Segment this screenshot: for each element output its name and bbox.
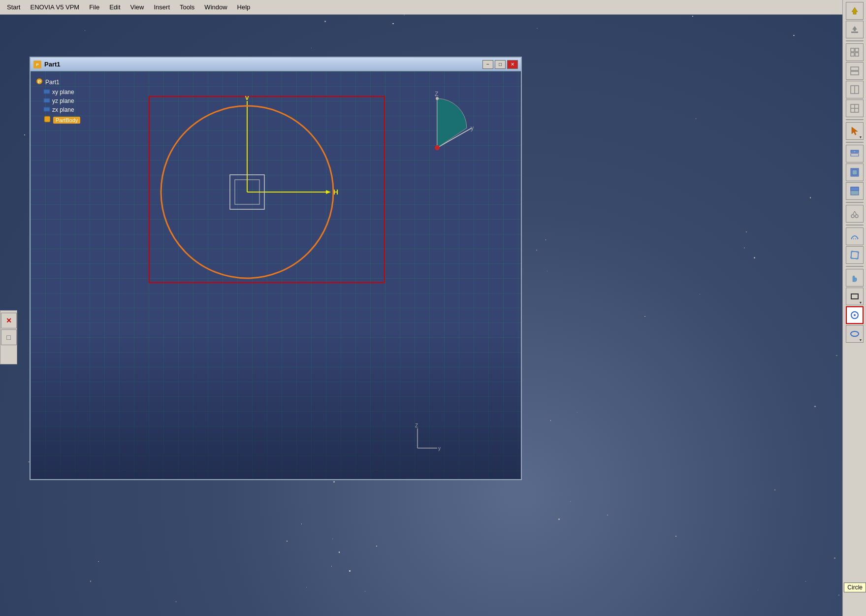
svg-point-43 <box>436 97 439 100</box>
toolbar-clip-btn[interactable] <box>846 205 864 223</box>
menu-help[interactable]: Help <box>232 1 256 13</box>
svg-rect-35 <box>44 98 50 102</box>
star <box>536 250 537 251</box>
toolbar-grid1-btn[interactable] <box>846 43 864 61</box>
window-title-text: Part1 <box>44 61 61 68</box>
toolbar-sep-4 <box>846 202 864 203</box>
window-content: P Part1 xy plane <box>31 71 521 479</box>
tree-yz-plane[interactable]: yz plane <box>43 97 134 105</box>
star <box>814 406 816 407</box>
toolbar-grid2-btn[interactable] <box>846 62 864 80</box>
svg-rect-16 <box>852 170 857 175</box>
star <box>545 239 546 240</box>
cursor-dropdown-arrow: ▼ <box>859 135 863 139</box>
star <box>744 248 744 248</box>
menu-view[interactable]: View <box>126 1 149 13</box>
toolbar-cursor-btn[interactable]: ▼ <box>846 122 864 140</box>
toolbar-dim3-btn[interactable] <box>846 182 864 200</box>
svg-rect-24 <box>851 252 858 259</box>
svg-point-19 <box>851 215 854 218</box>
circle-tooltip: Circle <box>844 583 866 592</box>
window-titlebar: P Part1 − □ ✕ <box>31 58 521 71</box>
tree-xy-plane[interactable]: xy plane <box>43 88 134 97</box>
drawing-area[interactable]: V H <box>149 96 385 283</box>
toolbar-grid4-btn[interactable] <box>846 99 864 117</box>
toolbar-sep-3 <box>846 142 864 143</box>
toolbar-dim1-btn[interactable]: ═ <box>846 145 864 162</box>
toolbar-circle-btn[interactable] <box>846 306 864 324</box>
star <box>306 587 307 588</box>
star <box>774 489 775 490</box>
left-side-panel: ✕ □ <box>0 310 17 364</box>
toolbar-sketch1-btn[interactable] <box>846 227 864 245</box>
svg-marker-47 <box>326 190 331 194</box>
tree-partbody-icon <box>43 115 51 125</box>
toolbar-hand-btn[interactable] <box>846 269 864 287</box>
star <box>607 515 608 516</box>
svg-text:═: ═ <box>853 150 855 153</box>
left-close-btn[interactable]: ✕ <box>1 313 17 328</box>
tree-zx-plane-icon <box>43 106 50 113</box>
star <box>376 546 377 547</box>
menu-edit[interactable]: Edit <box>104 1 125 13</box>
star <box>810 197 811 198</box>
star <box>537 28 537 29</box>
tree-partbody[interactable]: PartBody <box>43 114 134 126</box>
star <box>365 591 365 591</box>
window-close-btn[interactable]: ✕ <box>507 60 518 69</box>
tree-zx-label: zx plane <box>52 106 74 113</box>
svg-text:Z: Z <box>415 423 418 428</box>
menu-enovia[interactable]: ENOVIA V5 VPM <box>25 1 84 13</box>
toolbar-ellipse-btn[interactable]: ▼ <box>846 325 864 343</box>
tree-plane-icon <box>43 89 50 96</box>
svg-text:Z: Z <box>435 91 438 97</box>
menu-insert[interactable]: Insert <box>149 1 175 13</box>
svg-rect-37 <box>44 116 50 122</box>
star <box>754 257 755 259</box>
svg-rect-6 <box>851 71 859 75</box>
window-title-container: P Part1 <box>33 61 61 68</box>
svg-rect-36 <box>44 107 50 111</box>
tree-zx-plane[interactable]: zx plane <box>43 105 134 114</box>
star <box>349 570 351 572</box>
svg-line-21 <box>853 211 855 215</box>
menu-window[interactable]: Window <box>199 1 232 13</box>
svg-rect-2 <box>855 48 859 52</box>
toolbar-up-btn[interactable] <box>846 2 864 20</box>
part1-window: P Part1 − □ ✕ P <box>30 57 522 480</box>
svg-point-28 <box>854 314 856 316</box>
star <box>301 523 302 524</box>
toolbar-rect-btn[interactable]: ▼ <box>846 288 864 305</box>
toolbar-upload-btn[interactable] <box>846 21 864 38</box>
star <box>85 30 86 31</box>
svg-rect-4 <box>855 53 859 56</box>
menu-tools[interactable]: Tools <box>175 1 199 13</box>
tree-yz-plane-icon <box>43 97 50 104</box>
star <box>570 501 571 502</box>
star <box>98 561 98 562</box>
menu-file[interactable]: File <box>84 1 104 13</box>
toolbar-dim2-btn[interactable] <box>846 163 864 181</box>
window-controls: − □ ✕ <box>482 60 518 69</box>
tree-root[interactable]: P Part1 <box>35 76 134 88</box>
star <box>805 581 806 582</box>
star <box>550 420 551 421</box>
menu-start[interactable]: Start <box>2 1 25 13</box>
toolbar-sketch2-btn[interactable] <box>846 246 864 264</box>
star <box>644 316 645 317</box>
star <box>24 134 25 135</box>
window-minimize-btn[interactable]: − <box>482 60 493 69</box>
window-restore-btn[interactable]: □ <box>495 60 506 69</box>
svg-rect-26 <box>851 294 858 299</box>
toolbar-grid3-btn[interactable] <box>846 81 864 98</box>
star <box>392 23 393 24</box>
tree-yz-label: yz plane <box>52 97 74 104</box>
left-icon-btn[interactable]: □ <box>1 329 17 345</box>
svg-point-29 <box>851 331 859 336</box>
tree-root-label: Part1 <box>45 79 60 86</box>
star <box>836 355 837 356</box>
star <box>547 271 547 271</box>
star <box>333 481 335 483</box>
star <box>675 536 676 537</box>
svg-text:V: V <box>245 96 250 101</box>
